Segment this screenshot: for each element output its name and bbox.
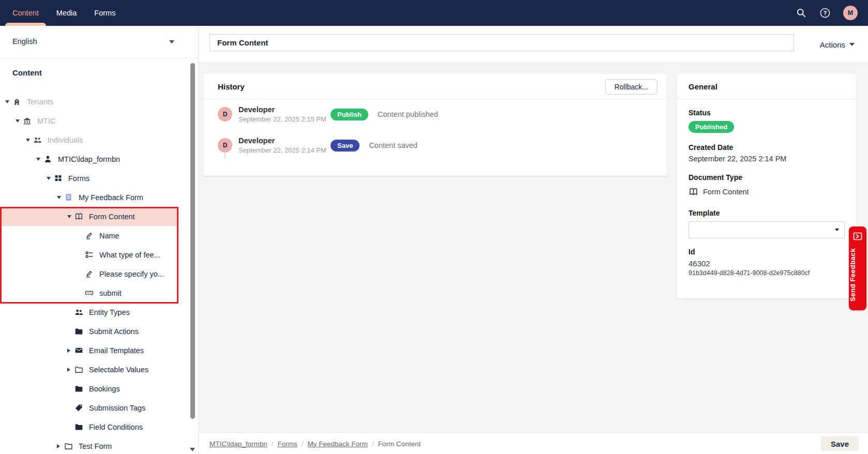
tree-item-label: Field Conditions	[89, 423, 143, 431]
expander-caret[interactable]	[47, 177, 51, 180]
tab-media[interactable]: Media	[56, 0, 77, 26]
id-guid-value: 91b3d449-d828-4d71-9008-d2e975c880cf	[689, 269, 845, 277]
tenant-building-icon	[12, 97, 21, 106]
history-entry-text: Content saved	[369, 141, 417, 149]
history-entry-text: Content published	[378, 110, 438, 118]
sidebar-scrollbar-thumb[interactable]	[190, 63, 195, 419]
language-dropdown[interactable]: English	[0, 26, 198, 58]
tab-content[interactable]: Content	[12, 0, 39, 26]
tree-item-submit[interactable]: submit	[0, 283, 178, 302]
created-date-value: September 22, 2025 2:14 PM	[689, 155, 845, 163]
editor-header: Actions	[199, 26, 868, 63]
tab-forms[interactable]: Forms	[94, 0, 115, 26]
bank-icon	[23, 116, 32, 125]
template-select[interactable]	[689, 221, 845, 238]
breadcrumb-forms[interactable]: Forms	[278, 440, 297, 448]
folder-icon	[74, 384, 83, 393]
tree-item-label: Submission Tags	[89, 404, 145, 412]
user-avatar[interactable]: M	[843, 6, 858, 20]
expander-caret[interactable]	[26, 139, 30, 142]
people-icon	[74, 308, 83, 316]
breadcrumb-separator: /	[272, 440, 274, 448]
expander-caret[interactable]	[67, 368, 70, 372]
actions-label: Actions	[820, 40, 845, 49]
general-title: General	[689, 74, 717, 99]
tree-item-label: Forms	[68, 174, 89, 183]
expander-caret[interactable]	[67, 349, 70, 353]
tree-item-individuals[interactable]: Individuals	[0, 130, 178, 149]
id-value: 46302	[689, 259, 845, 268]
general-panel: General Status Published Created Date Se…	[677, 74, 856, 298]
expander-caret[interactable]	[36, 158, 40, 161]
app-window: ContentMediaForms ? M English Content	[0, 0, 868, 454]
tree-item-label: Email Templates	[89, 346, 144, 355]
signature-icon	[85, 231, 94, 240]
tree-item-email-templates[interactable]: Email Templates	[0, 341, 178, 360]
tree-item-label: Please specify yo...	[99, 270, 164, 278]
tree-item-submit-actions[interactable]: Submit Actions	[0, 322, 178, 341]
breadcrumb-mtic-ldap-formbn[interactable]: MTIC\ldap_formbn	[209, 440, 267, 448]
breadcrumb-my-feedback-form[interactable]: My Feedback Form	[308, 440, 368, 448]
tree-item-label: Entity Types	[89, 308, 130, 316]
history-entries: DDeveloperSeptember 22, 2025 2:15 PMPubl…	[203, 99, 667, 154]
tree-item-mtic-ldap-formbn[interactable]: MTIC\ldap_formbn	[0, 149, 178, 169]
scroll-down-arrow-icon[interactable]	[190, 448, 195, 451]
tree-item-submission-tags[interactable]: Submission Tags	[0, 398, 178, 417]
tree-item-test-form[interactable]: Test Form	[0, 436, 178, 454]
actions-dropdown[interactable]: Actions	[820, 26, 855, 63]
send-feedback-label: Send Feedback	[849, 244, 866, 306]
id-label: Id	[689, 248, 845, 256]
tree-item-label: Form Content	[89, 213, 135, 221]
tree-item-label: What type of fee...	[99, 251, 160, 259]
history-entry: DDeveloperSeptember 22, 2025 2:15 PMPubl…	[218, 105, 667, 123]
node-title-input[interactable]	[209, 34, 794, 51]
history-action-badge: Save	[331, 140, 360, 152]
tree-item-label: submit	[99, 289, 122, 297]
tree-item-selectable-values[interactable]: Selectable Values	[0, 360, 178, 379]
person-icon	[43, 155, 52, 163]
breadcrumb-separator: /	[302, 440, 304, 448]
document-type-value: Form Content	[703, 188, 749, 196]
tree-item-name[interactable]: Name	[0, 226, 178, 245]
history-entry-date: September 22, 2025 2:14 PM	[238, 146, 331, 154]
radio-list-icon	[85, 250, 94, 259]
tree-item-my-feedback-form[interactable]: My Feedback Form	[0, 188, 178, 207]
tree-item-what-type-of-fee[interactable]: What type of fee...	[0, 245, 178, 264]
tree-item-please-specify-yo[interactable]: Please specify yo...	[0, 264, 178, 283]
tree-item-tenants[interactable]: Tenants	[0, 92, 178, 111]
template-label: Template	[689, 209, 845, 217]
help-icon[interactable]: ?	[819, 7, 831, 19]
created-date-label: Created Date	[689, 143, 845, 152]
history-entry-date: September 22, 2025 2:15 PM	[238, 115, 331, 123]
save-button[interactable]: Save	[821, 436, 859, 451]
expander-caret[interactable]	[16, 119, 20, 123]
tree-item-mtic[interactable]: MTIC	[0, 111, 178, 130]
content-tree-sidebar: English Content TenantsMTICIndividualsMT…	[0, 26, 199, 454]
tree-item-label: Selectable Values	[89, 366, 148, 374]
history-entry: DDeveloperSeptember 22, 2025 2:14 PMSave…	[218, 137, 667, 154]
expander-caret[interactable]	[57, 444, 60, 448]
chevron-down-icon	[849, 43, 855, 46]
folder-outline-icon	[64, 442, 73, 450]
tree-item-label: Test Form	[79, 442, 112, 450]
envelope-icon	[74, 346, 83, 355]
history-panel-header: History Rollback...	[203, 74, 667, 99]
language-label: English	[12, 37, 37, 46]
status-badge: Published	[689, 121, 734, 133]
expander-caret[interactable]	[5, 100, 9, 103]
expander-caret[interactable]	[67, 215, 71, 218]
grid-icon	[54, 174, 63, 183]
expander-caret[interactable]	[57, 196, 61, 199]
topbar-right: ? M	[796, 0, 858, 26]
tree-item-entity-types[interactable]: Entity Types	[0, 302, 178, 322]
chevron-down-icon	[835, 229, 839, 231]
tree-item-form-content[interactable]: Form Content	[0, 207, 178, 226]
search-icon[interactable]	[796, 7, 807, 19]
signature-icon	[85, 269, 94, 278]
tree-item-bookings[interactable]: Bookings	[0, 379, 178, 398]
tree-item-field-conditions[interactable]: Field Conditions	[0, 417, 178, 436]
rollback-button[interactable]: Rollback...	[605, 79, 657, 95]
send-feedback-tab[interactable]: Send Feedback	[849, 226, 866, 310]
folder-icon	[74, 327, 83, 336]
tree-item-forms[interactable]: Forms	[0, 169, 178, 188]
